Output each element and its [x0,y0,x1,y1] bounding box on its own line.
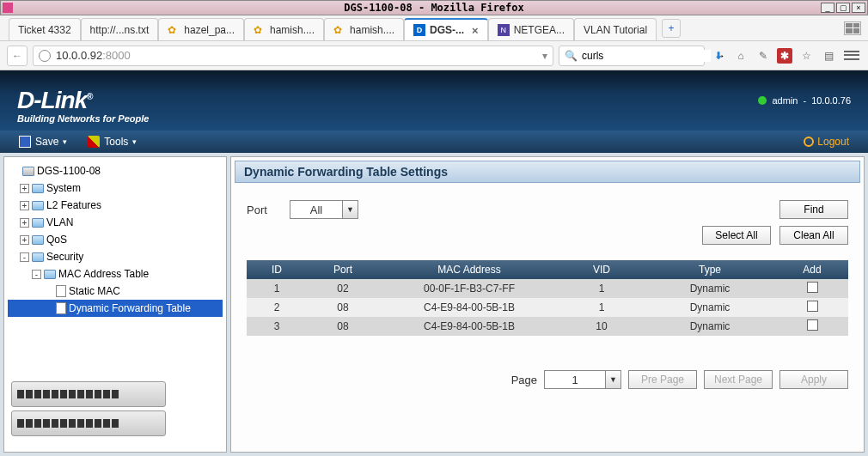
navigation-toolbar: ← 10.0.0.92:8000 ▾ 🔍 → ⬇ ⌂ ✎ ✱ ☆ ▤ [0,41,868,70]
tab-strip: Ticket 4332 http://...ns.txt ✿hazel_pa..… [0,15,868,41]
netgear-favicon: N [498,24,510,36]
select-all-button[interactable]: Select All [702,226,771,245]
tab-ticket[interactable]: Ticket 4332 [9,18,81,40]
addon-icon[interactable]: ✎ [755,47,772,64]
tab-dgs-active[interactable]: DDGS-...× [404,18,488,40]
close-tab-icon[interactable]: × [472,24,479,37]
folder-open-icon [44,270,56,279]
apply-button[interactable]: Apply [779,370,848,389]
minimize-button[interactable]: _ [821,3,834,13]
add-checkbox[interactable] [807,301,818,312]
separator: - [803,95,806,106]
page-label: Page [511,374,537,386]
chevron-down-icon: ▾ [63,137,67,146]
tree-l2[interactable]: +L2 Features [8,197,223,214]
find-button[interactable]: Find [779,200,848,219]
address-bar[interactable]: 10.0.0.92:8000 ▾ [33,46,553,66]
expand-icon[interactable]: + [20,201,29,210]
cell-mac: C4-E9-84-00-5B-1B [379,298,559,317]
gear-icon: ✿ [333,24,345,36]
disk-icon [19,136,31,148]
maximize-button[interactable]: ▢ [836,3,850,13]
cell-mac: C4-E9-84-00-5B-1B [379,317,559,336]
page-select[interactable]: 1 ▼ [544,370,621,389]
app-menubar: Save▾ Tools▾ Logout [0,131,868,153]
abp-icon[interactable]: ✱ [777,48,792,64]
port-select[interactable]: All ▼ [290,200,358,219]
folder-open-icon [32,252,44,262]
all-tabs-button[interactable] [844,21,861,35]
chevron-down-icon[interactable]: ▼ [342,201,358,218]
next-page-button[interactable]: Next Page [704,370,773,389]
cell-add [776,279,848,298]
expand-icon[interactable]: + [20,235,29,245]
tab-hamish-1[interactable]: ✿hamish.... [244,18,324,40]
page-value: 1 [545,374,605,386]
tree-dynamic-forwarding[interactable]: Dynamic Forwarding Table [8,300,223,317]
pre-page-button[interactable]: Pre Page [628,370,697,389]
device-image [8,374,223,447]
cell-port: 02 [307,279,379,298]
clean-all-button[interactable]: Clean All [779,226,848,245]
collapse-icon[interactable]: - [20,252,29,262]
new-tab-button[interactable]: + [662,19,681,38]
table-row: 308C4-E9-84-00-5B-1B10Dynamic [247,317,848,336]
search-input[interactable] [582,50,711,62]
tree-system[interactable]: +System [8,179,223,197]
search-icon: 🔍 [565,50,578,62]
home-icon[interactable]: ⌂ [732,47,749,64]
page-icon [56,302,66,314]
window-title: DGS-1100-08 - Mozilla Firefox [344,2,524,14]
user-name: admin [772,95,798,106]
chevron-down-icon[interactable]: ▼ [605,371,620,388]
window-titlebar: DGS-1100-08 - Mozilla Firefox _ ▢ × [0,0,868,15]
table-header-row: ID Port MAC Address VID Type Add [247,260,848,279]
tools-menu[interactable]: Tools▾ [77,131,147,153]
cell-port: 08 [307,298,379,317]
col-mac: MAC Address [379,260,559,279]
download-icon[interactable]: ⬇ [710,47,727,64]
bookmark-icon[interactable]: ☆ [798,47,815,64]
tree-qos[interactable]: +QoS [8,231,223,248]
chevron-down-icon: ▾ [132,137,137,146]
tab-hazel[interactable]: ✿hazel_pa... [158,18,244,40]
cell-vid: 1 [559,298,644,317]
port-label: Port [247,204,281,216]
tree-root[interactable]: DGS-1100-08 [8,162,223,179]
tree-mac-table[interactable]: -MAC Address Table [8,265,223,283]
brand-tagline: Building Networks for People [17,113,149,124]
expand-icon[interactable]: + [20,218,29,228]
add-checkbox[interactable] [807,282,818,293]
dropdown-icon[interactable]: ▾ [542,50,547,62]
tab-nstxt[interactable]: http://...ns.txt [81,18,159,40]
collapse-icon[interactable]: - [32,270,41,279]
expand-icon[interactable]: + [20,184,29,193]
tab-netgear[interactable]: NNETGEA... [488,18,574,40]
close-window-button[interactable]: × [852,3,865,13]
back-button[interactable]: ← [7,46,28,66]
table-row: 10200-0F-1F-B3-C7-FF1Dynamic [247,279,848,298]
menu-button[interactable] [842,48,861,64]
tree-security[interactable]: -Security [8,248,223,265]
panel-title: Dynamic Forwarding Table Settings [235,161,860,183]
cell-vid: 1 [559,279,644,298]
tree-vlan[interactable]: +VLAN [8,214,223,231]
col-type: Type [644,260,776,279]
tab-vlan-tutorial[interactable]: VLAN Tutorial [574,18,657,40]
cell-vid: 10 [559,317,644,336]
search-box[interactable]: 🔍 → [559,46,705,66]
col-id: ID [247,260,307,279]
dlink-favicon: D [413,24,425,36]
gear-icon: ✿ [168,24,180,36]
tab-hamish-2[interactable]: ✿hamish.... [324,18,404,40]
pager: Page 1 ▼ Pre Page Next Page Apply [247,370,848,389]
folder-icon [32,201,44,210]
col-add: Add [776,260,848,279]
tree-static-mac[interactable]: Static MAC [8,283,223,300]
add-checkbox[interactable] [807,319,818,331]
url-text: 10.0.0.92:8000 [56,49,537,62]
user-info: admin - 10.0.0.76 [758,95,851,106]
logout-link[interactable]: Logout [793,131,859,153]
save-menu[interactable]: Save▾ [9,131,77,153]
library-icon[interactable]: ▤ [820,47,837,64]
